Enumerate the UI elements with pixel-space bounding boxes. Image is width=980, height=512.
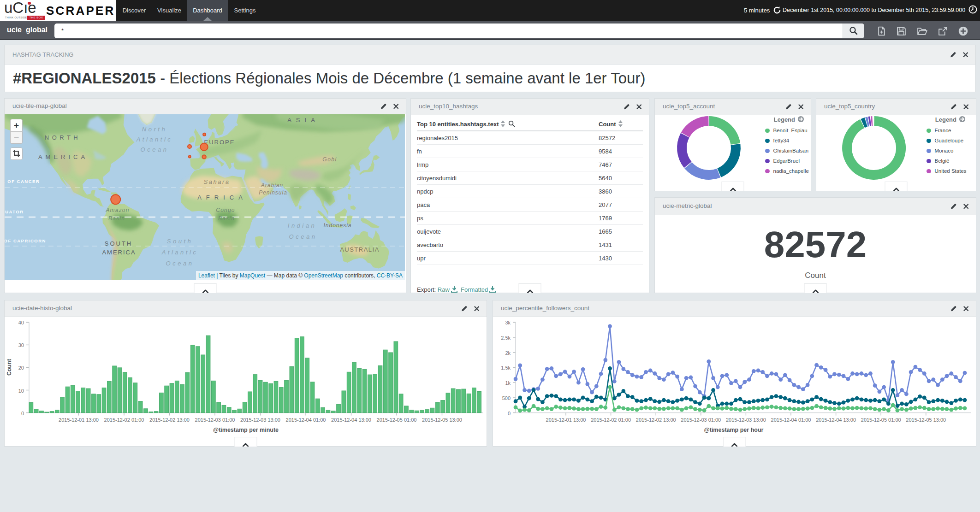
- svg-text:0: 0: [508, 411, 511, 416]
- svg-text:2015-12-03 01:00: 2015-12-03 01:00: [195, 417, 235, 423]
- svg-text:AFRICA: AFRICA: [197, 194, 247, 201]
- svg-text:Indonesia: Indonesia: [323, 222, 351, 229]
- svg-text:1.5k: 1.5k: [501, 365, 511, 371]
- svg-text:2015-12-02 01:00: 2015-12-02 01:00: [591, 417, 631, 423]
- svg-text:2015-12-05 13:00: 2015-12-05 13:00: [422, 417, 462, 423]
- svg-text:2015-12-04 13:00: 2015-12-04 13:00: [816, 417, 856, 423]
- svg-text:AMERICA: AMERICA: [38, 153, 88, 160]
- svg-text:C OF CAPRICORN: C OF CAPRICORN: [5, 238, 46, 243]
- svg-text:2015-12-01 13:00: 2015-12-01 13:00: [59, 417, 99, 423]
- svg-text:2k: 2k: [505, 350, 511, 356]
- svg-text:Basin: Basin: [218, 215, 235, 222]
- svg-text:@timestamp per hour: @timestamp per hour: [704, 427, 764, 433]
- svg-text:Sahara: Sahara: [204, 178, 230, 185]
- svg-text:2015-12-01 13:00: 2015-12-01 13:00: [546, 417, 586, 423]
- svg-text:2015-12-03 13:00: 2015-12-03 13:00: [726, 417, 766, 423]
- svg-text:30: 30: [18, 342, 24, 348]
- svg-text:3k: 3k: [505, 320, 511, 325]
- svg-text:2015-12-03 01:00: 2015-12-03 01:00: [681, 417, 721, 423]
- svg-text:AUSTRALIA: AUSTRALIA: [340, 246, 380, 253]
- svg-text:Arabian: Arabian: [261, 182, 283, 188]
- svg-text:500: 500: [502, 395, 511, 401]
- svg-text:Basin: Basin: [108, 215, 125, 222]
- svg-text:2015-12-02 13:00: 2015-12-02 13:00: [636, 417, 676, 423]
- svg-text:QUATOR: QUATOR: [5, 209, 24, 214]
- svg-text:2015-12-02 13:00: 2015-12-02 13:00: [149, 417, 190, 423]
- svg-text:40: 40: [18, 320, 24, 325]
- svg-text:C OF CANCER: C OF CANCER: [5, 179, 40, 184]
- svg-text:Atlantic: Atlantic: [136, 136, 173, 143]
- svg-text:2015-12-04 13:00: 2015-12-04 13:00: [331, 417, 371, 423]
- svg-text:20: 20: [18, 365, 24, 371]
- svg-text:Atlantic: Atlantic: [161, 249, 198, 256]
- svg-text:0: 0: [21, 411, 24, 416]
- svg-text:Ocean: Ocean: [166, 260, 194, 267]
- svg-text:2015-12-05 13:00: 2015-12-05 13:00: [906, 417, 946, 423]
- svg-text:2015-12-02 01:00: 2015-12-02 01:00: [104, 417, 144, 423]
- svg-text:EUROPE: EUROPE: [204, 139, 235, 146]
- svg-text:2.5k: 2.5k: [501, 335, 511, 341]
- svg-text:NORTH: NORTH: [45, 134, 81, 141]
- svg-text:1k: 1k: [505, 380, 511, 386]
- svg-text:Congo: Congo: [216, 207, 235, 213]
- svg-text:2015-12-05 01:00: 2015-12-05 01:00: [377, 417, 417, 423]
- svg-text:SOUTH: SOUTH: [105, 240, 133, 247]
- svg-text:2015-12-04 01:00: 2015-12-04 01:00: [286, 417, 326, 423]
- svg-text:2015-12-04 01:00: 2015-12-04 01:00: [771, 417, 811, 423]
- svg-text:@timestamp per minute: @timestamp per minute: [213, 427, 279, 433]
- svg-text:2015-12-03 13:00: 2015-12-03 13:00: [240, 417, 280, 423]
- svg-text:Peninsula: Peninsula: [259, 189, 287, 196]
- svg-text:Gobi: Gobi: [322, 156, 337, 163]
- svg-text:Indian: Indian: [288, 222, 316, 229]
- svg-text:North: North: [142, 126, 167, 133]
- svg-text:2015-12-05 01:00: 2015-12-05 01:00: [861, 417, 901, 423]
- svg-text:Amazon: Amazon: [105, 207, 129, 213]
- svg-text:ASIA: ASIA: [287, 117, 320, 124]
- svg-text:Ocean: Ocean: [289, 233, 317, 240]
- svg-text:AMERICA: AMERICA: [102, 249, 136, 256]
- svg-text:Ocean: Ocean: [141, 146, 169, 153]
- svg-text:10: 10: [18, 388, 24, 394]
- svg-text:South: South: [167, 238, 193, 245]
- svg-text:Count: Count: [6, 359, 12, 376]
